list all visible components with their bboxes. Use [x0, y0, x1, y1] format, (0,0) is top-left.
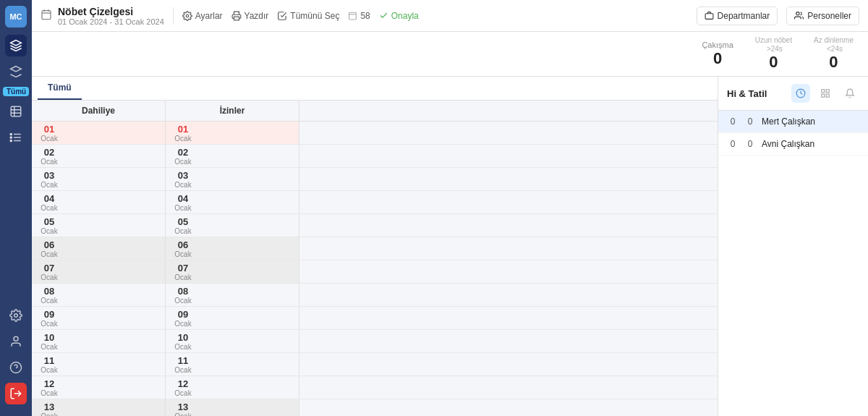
uzun-nobet-label: Uzun nöbet >24s: [755, 36, 792, 53]
tab-bar: Tümü: [32, 77, 718, 101]
day-row: 09Ocak09Ocak: [32, 307, 718, 330]
day-row: 13Ocak13Ocak: [32, 399, 718, 416]
person-name: Avni Çalışkan: [759, 139, 862, 149]
uzun-nobet-stat: Uzun nöbet >24s 0: [755, 36, 792, 72]
right-panel-bell-icon[interactable]: [841, 84, 859, 103]
count-value: 58: [360, 11, 370, 21]
departmanlar-button[interactable]: Departmanlar: [697, 7, 778, 25]
svg-rect-23: [349, 12, 357, 20]
sidebar-icon-list[interactable]: [5, 127, 27, 148]
day-row: 05Ocak05Ocak: [32, 214, 718, 237]
divider1: [173, 7, 174, 25]
svg-marker-0: [11, 41, 22, 46]
personeller-button[interactable]: Personeller: [786, 7, 859, 25]
day-row: 10Ocak10Ocak: [32, 330, 718, 353]
col-header-dahiliye: Dahiliye: [32, 101, 166, 121]
header: Nöbet Çizelgesi 01 Ocak 2024 - 31 Ocak 2…: [32, 0, 868, 32]
tumunu-sec-button[interactable]: Tümünü Seç: [277, 11, 339, 21]
svg-point-11: [10, 140, 12, 141]
title-block: Nöbet Çizelgesi 01 Ocak 2024 - 31 Ocak 2…: [41, 6, 164, 26]
person-row[interactable]: 00Avni Çalışkan: [718, 133, 868, 156]
day-row: 03Ocak03Ocak: [32, 168, 718, 191]
right-panel-clock-icon[interactable]: [791, 84, 810, 103]
day-row: 07Ocak07Ocak: [32, 260, 718, 284]
onayla-label: Onayla: [391, 11, 419, 21]
cols-wrapper[interactable]: 01Ocak01Ocak02Ocak02Ocak03Ocak03Ocak04Oc…: [32, 122, 718, 416]
svg-rect-29: [826, 90, 829, 93]
right-panel-title: Hi & Tatil: [727, 88, 786, 99]
day-row: 04Ocak04Ocak: [32, 191, 718, 214]
sidebar-icon-user[interactable]: [5, 331, 27, 352]
svg-point-13: [14, 336, 18, 341]
sidebar-icon-chart[interactable]: [5, 101, 27, 122]
day-row: 06Ocak06Ocak: [32, 237, 718, 260]
ayarlar-label: Ayarlar: [195, 11, 223, 21]
departmanlar-label: Departmanlar: [718, 11, 770, 21]
onayla-button[interactable]: Onayla: [379, 11, 419, 21]
day-row: 12Ocak12Ocak: [32, 376, 718, 399]
page-title: Nöbet Çizelgesi: [58, 6, 164, 17]
sidebar-icon-layers2[interactable]: [5, 61, 27, 82]
right-panel: Hi & Tatil 00Mert Çalışkan00Avni Çalışka…: [718, 77, 868, 416]
right-panel-grid-icon[interactable]: [816, 84, 835, 103]
schedule-section: Tümü Dahiliye İzinler 01Ocak01Ocak02Ocak…: [32, 77, 718, 416]
yazdir-label: Yazdır: [244, 11, 269, 21]
date-range: 01 Ocak 2024 - 31 Ocak 2024: [58, 17, 164, 26]
col-header-izinler: İzinler: [166, 101, 299, 121]
calendar-icon: [41, 9, 52, 23]
avatar[interactable]: MC: [5, 6, 27, 27]
az-dinlenme-value: 0: [814, 53, 854, 72]
sidebar: MC Tümü: [0, 0, 32, 416]
right-panel-header: Hi & Tatil: [718, 77, 868, 111]
ayarlar-button[interactable]: Ayarlar: [182, 11, 223, 21]
svg-rect-28: [822, 90, 825, 93]
person-name: Mert Çalışkan: [759, 116, 862, 127]
tumunu-sec-label: Tümünü Seç: [290, 11, 339, 21]
cakisma-stat: Çakışma 0: [702, 41, 733, 68]
svg-rect-31: [826, 94, 829, 97]
svg-point-10: [10, 137, 12, 138]
az-dinlenme-label: Az dinlenme <24s: [814, 36, 854, 53]
count-badge: 58: [348, 11, 370, 21]
svg-marker-1: [11, 67, 22, 72]
personeller-label: Personeller: [807, 11, 851, 21]
sidebar-badge-tumu[interactable]: Tümü: [3, 87, 29, 96]
yazdir-button[interactable]: Yazdır: [231, 11, 269, 21]
svg-rect-2: [11, 106, 21, 116]
svg-point-21: [186, 14, 189, 17]
day-row: 11Ocak11Ocak: [32, 353, 718, 376]
svg-rect-22: [234, 17, 239, 20]
day-row: 01Ocak01Ocak: [32, 122, 718, 145]
tab-tumu[interactable]: Tümü: [38, 77, 82, 100]
svg-point-9: [10, 133, 12, 135]
svg-rect-25: [705, 14, 713, 20]
day-row: 02Ocak02Ocak: [32, 145, 718, 168]
day-row: 08Ocak08Ocak: [32, 284, 718, 307]
uzun-nobet-value: 0: [755, 53, 792, 72]
content-area: Tümü Dahiliye İzinler 01Ocak01Ocak02Ocak…: [32, 77, 868, 416]
main-content: Nöbet Çizelgesi 01 Ocak 2024 - 31 Ocak 2…: [32, 0, 868, 416]
sidebar-icon-help[interactable]: [5, 357, 27, 378]
grid-scroll-area: 01Ocak01Ocak02Ocak02Ocak03Ocak03Ocak04Oc…: [32, 122, 718, 416]
cakisma-label: Çakışma: [702, 41, 733, 49]
svg-point-12: [14, 314, 18, 318]
svg-point-26: [796, 12, 799, 15]
person-list: 00Mert Çalışkan00Avni Çalışkan: [718, 111, 868, 156]
sidebar-icon-settings[interactable]: [5, 305, 27, 326]
stats-bar: Çakışma 0 Uzun nöbet >24s 0 Az dinlenme …: [32, 32, 868, 77]
person-row[interactable]: 00Mert Çalışkan: [718, 111, 868, 133]
sidebar-icon-layers1[interactable]: [5, 35, 27, 56]
cakisma-value: 0: [702, 49, 733, 68]
svg-rect-30: [822, 94, 825, 97]
svg-rect-17: [42, 10, 51, 19]
az-dinlenme-stat: Az dinlenme <24s 0: [814, 36, 854, 72]
sidebar-icon-logout[interactable]: [5, 383, 27, 404]
